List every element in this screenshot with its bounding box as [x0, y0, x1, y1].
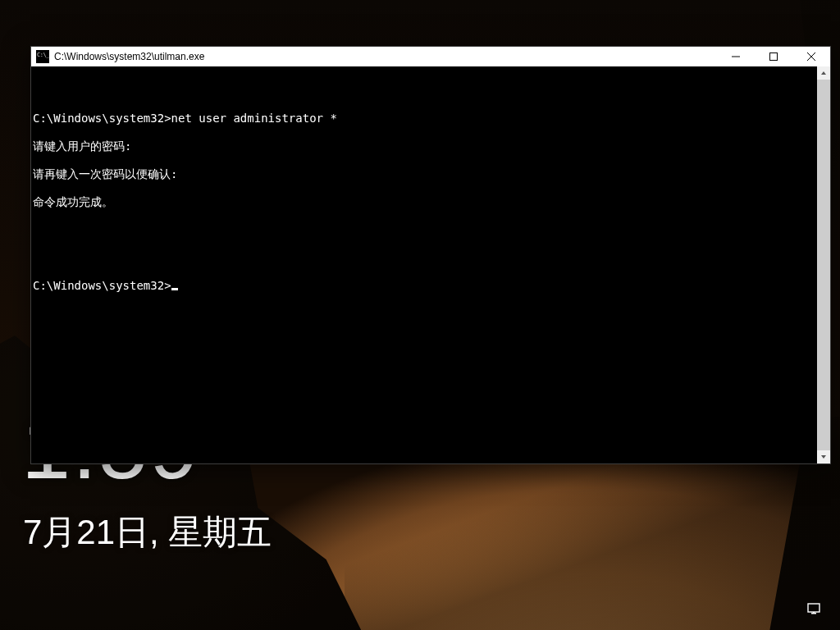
titlebar[interactable]: C:\Windows\system32\utilman.exe: [31, 47, 830, 66]
prompt: C:\Windows\system32>: [33, 112, 171, 125]
svg-rect-3: [770, 53, 778, 61]
terminal-line: 请再键入一次密码以便确认:: [33, 167, 817, 181]
terminal-line: 请键入用户的密码:: [33, 139, 817, 153]
window-title: C:\Windows\system32\utilman.exe: [54, 51, 204, 62]
cmd-icon: [36, 50, 49, 63]
scroll-up-button[interactable]: [817, 66, 830, 80]
console-window: C:\Windows\system32\utilman.exe C:\Windo…: [30, 46, 831, 464]
terminal-line: 命令成功完成。: [33, 195, 817, 209]
minimize-button[interactable]: [717, 47, 755, 66]
terminal-blank: [33, 251, 817, 265]
terminal-line: C:\Windows\system32>: [33, 279, 817, 293]
scroll-thumb[interactable]: [817, 80, 830, 450]
maximize-button[interactable]: [755, 47, 792, 66]
lockscreen-date: 7月21日, 星期五: [23, 515, 272, 550]
svg-rect-0: [808, 604, 819, 612]
scroll-track[interactable]: [817, 80, 830, 450]
close-button[interactable]: [792, 47, 830, 66]
terminal-line: C:\Windows\system32>net user administrat…: [33, 112, 817, 126]
scrollbar[interactable]: [817, 66, 830, 463]
command: net user administrator *: [171, 112, 337, 125]
svg-rect-2: [813, 612, 815, 614]
cursor: [171, 288, 178, 290]
scroll-down-button[interactable]: [817, 450, 830, 463]
terminal-blank: [33, 223, 817, 237]
network-icon[interactable]: [807, 602, 824, 615]
console-client[interactable]: C:\Windows\system32>net user administrat…: [31, 66, 830, 463]
terminal-blank: [33, 84, 817, 98]
terminal-output[interactable]: C:\Windows\system32>net user administrat…: [31, 66, 817, 463]
prompt: C:\Windows\system32>: [33, 279, 171, 292]
